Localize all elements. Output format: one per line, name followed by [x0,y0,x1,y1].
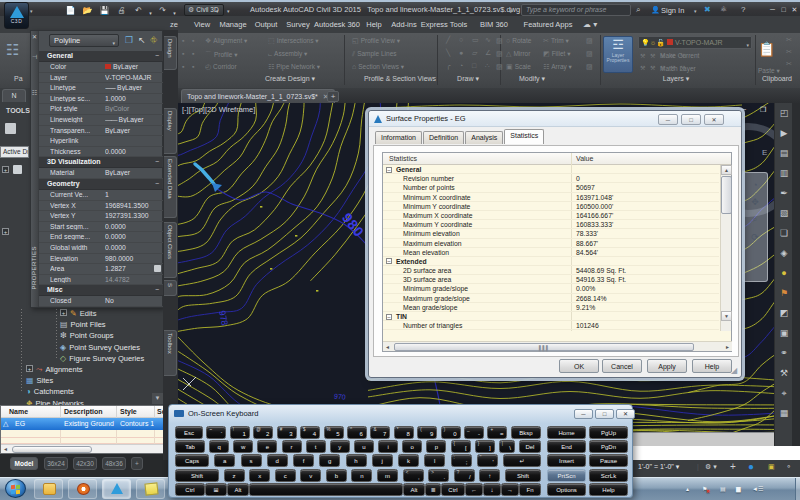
table-row-tin[interactable]: −TIN [383,312,719,321]
drawing-tab[interactable]: Topo and linework-Master_1_1_0723.sv$*✕ [181,89,335,103]
palette-row-vertex-y[interactable]: Vertex Y1927391.3300 [39,211,163,222]
palette-row-hyperlink[interactable]: Hyperlink [39,136,163,147]
layer-tool-icon[interactable]: ⚒ [670,52,675,59]
property-value[interactable]: ——ByLayer [105,116,161,123]
key-t[interactable]: t [306,440,326,453]
tree-expand-icon[interactable]: + [2,166,9,173]
property-value[interactable]: No [105,297,161,304]
palette-row-vertex-x[interactable]: Vertex X1968941.3500 [39,201,163,212]
ribbon-icon[interactable]: ▪ [192,37,194,44]
draw-tool-icon[interactable]: ∴ [485,62,489,70]
show-desktop-button[interactable] [795,478,800,500]
tree-item-edits[interactable]: +✎Edits [60,309,96,318]
key--[interactable]: "' [477,454,498,467]
property-value[interactable]: 0.0000 [105,223,161,230]
viewport-controls-label[interactable]: [-][Top][2D Wireframe] [182,105,255,114]
key-k[interactable]: k [398,454,419,467]
key-pgdn[interactable]: PgDn [589,440,628,453]
start-button[interactable] [5,479,26,498]
tree-item-sites[interactable]: ▦Sites [26,376,53,385]
key-esc[interactable]: Esc [175,426,203,439]
layer-tool-icon[interactable]: ⚒ [680,52,685,59]
workspace-arrow-icon[interactable]: ▾ [216,8,219,14]
key-pause[interactable]: Pause [589,454,628,467]
key-5[interactable]: %5 [324,426,344,439]
palette-row-color[interactable]: ColorByLayer [39,62,163,73]
key--[interactable]: |\ [499,440,515,453]
property-value[interactable]: 1.0000 [105,95,161,102]
ribbon-item-corridor[interactable]: ◴Corridor [205,63,237,71]
scroll-left-icon[interactable]: ◄ [3,446,8,452]
side-tab-s[interactable]: S [164,280,177,296]
column-value[interactable]: Value [576,155,593,162]
taskbar-media-player-button[interactable] [68,479,97,499]
key-7[interactable]: &7 [370,426,390,439]
table-row-minimum-elevation[interactable]: Minimum elevation78.333' [383,229,719,238]
draw-tool-icon[interactable]: ╱ [446,36,450,44]
key-4[interactable]: $4 [300,426,320,439]
cloud-dropdown-icon[interactable]: ☁ ▾ [583,20,597,29]
table-row-minimum-grade-slope[interactable]: Minimum grade/slope0.00% [383,284,719,293]
key-prtscn[interactable]: PrtScn [547,469,586,482]
key--[interactable]: }] [475,440,495,453]
palette-row-material[interactable]: MaterialByLayer [39,168,163,179]
toolspace-button-icon[interactable]: ☷ [6,41,19,59]
annotation-gear-icon[interactable]: ⚙ ▾ [705,463,717,471]
ribbon-tab-autodesk-360[interactable]: Autodesk 360 [314,20,360,29]
save-icon[interactable]: 💾 [98,5,111,16]
select-objects-icon[interactable]: ↖ [138,35,146,45]
ribbon-item-rotate[interactable]: ○Rotate [506,37,531,44]
taskbar-explorer-button[interactable] [34,479,63,499]
vscrollbar-thumb[interactable] [721,176,732,214]
ribbon-icon[interactable]: ▨ [496,37,503,45]
tree-expand-icon2[interactable]: + [2,228,9,235]
key-shift[interactable]: Shift [175,469,219,482]
sphere-icon[interactable]: ● [775,263,793,283]
dialog-tab-definition[interactable]: Definition [423,131,464,144]
action-center-icon[interactable]: ⚑✖ [702,485,707,492]
tree-item-point-survey-queries[interactable]: ◈Point Survey Queries [60,343,140,352]
ribbon-tab-output[interactable]: Output [255,20,278,29]
ok-button[interactable]: OK [559,359,599,373]
property-value[interactable]: ByLayer [105,63,161,70]
table-row-mean-grade-slope[interactable]: Mean grade/slope9.21% [383,303,719,312]
key-del[interactable]: Del [519,440,541,453]
target-icon[interactable]: ⌖ [775,383,793,403]
link-icon[interactable]: ⚭ [775,343,793,363]
ribbon-tab-express-tools[interactable]: Express Tools [421,20,468,29]
key-y[interactable]: y [330,440,350,453]
annotation-scale[interactable]: 1'-0" = 1'-0" ▾ [638,463,679,471]
dialog-tab-analysis[interactable]: Analysis [465,131,503,144]
qat-more-arrow-icon[interactable]: ▾ [227,8,230,14]
table-row-number-of-triangles[interactable]: Number of triangles101246 [383,321,719,330]
draw-tool-icon[interactable]: ● [459,49,463,56]
palette-autohide-icon[interactable]: ⊣ [32,53,37,60]
collapse-icon[interactable]: − [155,179,159,189]
draw-tool-icon[interactable]: ○ [459,36,463,43]
ribbon-item-pipe-network-[interactable]: ☷Pipe Network ▾ [268,63,320,71]
layer-tool-icon[interactable]: ⚒ [660,64,665,71]
scroll-down-icon[interactable]: ▼ [721,311,732,321]
property-value[interactable]: V-TOPO-MAJR [105,74,161,81]
plot-icon[interactable]: 🖨 [115,5,128,16]
collapse-icon[interactable]: − [155,285,159,295]
side-tab-object-class[interactable]: Object Class [164,222,177,278]
panel-label-3[interactable]: Modify ▾ [519,75,545,83]
ribbon-item-trim-[interactable]: ✂Trim ▾ [543,37,569,45]
key-o[interactable]: o [402,440,422,453]
ribbon-tab-featured-apps[interactable]: Featured Apps [524,20,573,29]
layout-tab-model[interactable]: Model [10,457,38,470]
tools-icon[interactable]: ⚒ [775,363,793,383]
palette-section-3d-visualization[interactable]: 3D Visualization− [39,157,163,168]
toolspace-toolbar-icon[interactable] [5,123,16,134]
key-space[interactable] [249,483,403,496]
resize-grip-icon[interactable]: ◢ [731,367,739,375]
taskbar-autocad-button[interactable] [102,479,131,499]
layout-tab--[interactable]: + [131,457,143,470]
palette-row-transparen-[interactable]: Transparen...ByLayer [39,126,163,137]
hscrollbar-thumb[interactable]: ▐▐▐ [394,343,694,351]
key--[interactable]: >. [428,469,449,482]
tree-scroll-down-icon[interactable]: ▼ [152,393,163,404]
dialog-tab-information[interactable]: Information [375,131,422,144]
toolspace-tab-fragment[interactable]: N [2,89,26,102]
